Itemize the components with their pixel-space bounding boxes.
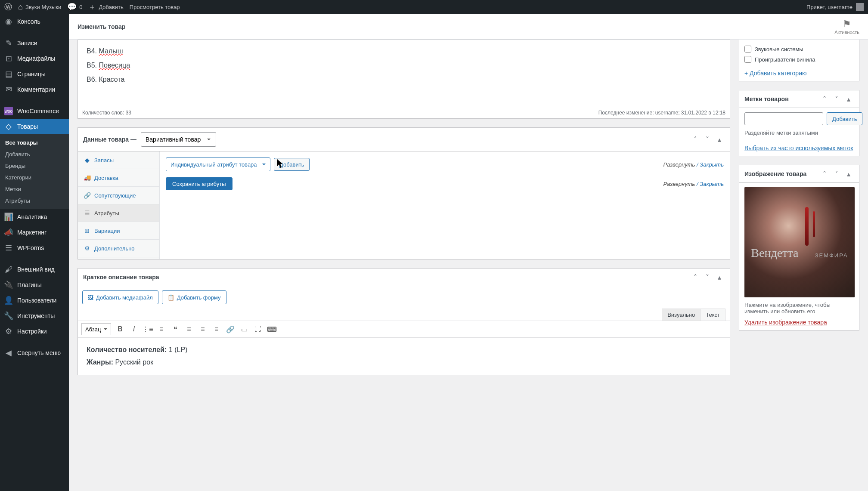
media-icon: 🖼 — [88, 294, 93, 301]
product-image[interactable]: Вендетта ЗЕМФИРА — [744, 187, 855, 297]
add-tag-button[interactable]: Добавить — [827, 112, 862, 125]
tab-shipping[interactable]: 🚚Доставка — [78, 169, 159, 187]
submenu-item-brands[interactable]: Бренды — [0, 160, 69, 172]
fullscreen-button[interactable]: ⛶ — [251, 323, 264, 336]
tags-postbox: Метки товаров ˄ ˅ ▴ Добавить Разделяйте … — [739, 90, 859, 156]
page-title: Изменить товар — [78, 23, 125, 30]
attribute-select[interactable]: Индивидуальный атрибут товара — [166, 157, 270, 171]
sidebar-item-appearance[interactable]: 🖌Внешний вид — [0, 262, 69, 277]
submenu-item-add[interactable]: Добавить — [0, 148, 69, 160]
avatar[interactable] — [856, 3, 864, 11]
caret-up-icon[interactable]: ▴ — [843, 94, 854, 104]
expand-close-link-1[interactable]: Развернуть / Закрыть — [663, 161, 724, 168]
sidebar-item-analytics[interactable]: 📊Аналитика — [0, 209, 69, 225]
tags-hint: Разделяйте метки запятыми — [739, 130, 859, 140]
attributes-panel: Индивидуальный атрибут товара Добавить Р… — [160, 151, 730, 259]
flag-icon: ⚑ — [834, 19, 859, 30]
tab-advanced[interactable]: ⚙Дополнительно — [78, 240, 159, 257]
sidebar-item-posts[interactable]: ✎Записи — [0, 35, 69, 51]
tab-linked[interactable]: 🔗Сопутствующие — [78, 187, 159, 204]
chevron-down-icon[interactable]: ˅ — [831, 169, 842, 179]
sidebar-item-settings[interactable]: ⚙Настройки — [0, 324, 69, 339]
align-right-button[interactable]: ≡ — [210, 323, 223, 336]
sidebar-item-media[interactable]: ⊡Медиафайлы — [0, 51, 69, 66]
product-type-select[interactable]: Вариативный товар — [141, 132, 216, 147]
add-form-button[interactable]: 📋Добавить форму — [162, 290, 226, 304]
image-hint: Нажмите на изображение, чтобы изменить и… — [744, 297, 854, 319]
short-description-content[interactable]: Количество носителей: 1 (LP) Жанры: Русс… — [78, 338, 730, 375]
greeting-link[interactable]: Привет, username — [806, 4, 852, 10]
submenu-item-tags[interactable]: Метки — [0, 183, 69, 195]
form-icon: 📋 — [167, 294, 174, 301]
product-image-postbox: Изображение товара ˄ ˅ ▴ Вендетта — [739, 165, 859, 330]
link-button[interactable]: 🔗 — [224, 323, 237, 336]
numbered-list-button[interactable]: ≡ — [155, 323, 168, 336]
bold-button[interactable]: B — [114, 323, 127, 336]
submenu-item-categories[interactable]: Категории — [0, 172, 69, 183]
page-header: Изменить товар ⚑ Активность — [69, 14, 868, 40]
sidebar-item-marketing[interactable]: 📣Маркетинг — [0, 225, 69, 240]
tag-input[interactable] — [744, 112, 823, 125]
align-center-button[interactable]: ≡ — [196, 323, 209, 336]
admin-bar: ⓦ ⌂Звуки Музыки 💬0 ＋Добавить Просмотреть… — [0, 0, 868, 14]
word-count: Количество слов: 33 — [82, 110, 131, 116]
sidebar-item-collapse[interactable]: ◀Свернуть меню — [0, 345, 69, 361]
sidebar-item-users[interactable]: 👤Пользователи — [0, 293, 69, 308]
sidebar-item-tools[interactable]: 🔧Инструменты — [0, 308, 69, 324]
editor-postbox: B4. Малыш B5. Повесица B6. Красота Колич… — [78, 40, 730, 119]
comments-link[interactable]: 💬0 — [67, 2, 82, 12]
chevron-down-icon[interactable]: ˅ — [702, 134, 713, 145]
chevron-up-icon[interactable]: ˄ — [690, 272, 701, 282]
remove-image-link[interactable]: Удалить изображение товара — [744, 319, 827, 326]
caret-up-icon[interactable]: ▴ — [714, 272, 725, 282]
short-description-postbox: Краткое описание товара ˄ ˅ ▴ 🖼Добавить … — [78, 268, 730, 375]
editor-tab-text[interactable]: Текст — [700, 309, 725, 321]
product-data-tabs: ◆Запасы 🚚Доставка 🔗Сопутствующие ☰Атрибу… — [78, 151, 160, 259]
activity-button[interactable]: ⚑ Активность — [834, 19, 859, 35]
sidebar-item-dashboard[interactable]: ◉Консоль — [0, 14, 69, 29]
caret-up-icon[interactable]: ▴ — [714, 134, 725, 145]
add-media-button[interactable]: 🖼Добавить медиафайл — [82, 290, 158, 304]
wp-logo[interactable]: ⓦ — [4, 2, 12, 12]
save-attributes-button[interactable]: Сохранить атрибуты — [166, 177, 232, 190]
expand-close-link-2[interactable]: Развернуть / Закрыть — [663, 181, 724, 187]
tab-variations[interactable]: ⊞Вариации — [78, 222, 159, 240]
category-checkbox-1[interactable]: Звуковые системы — [744, 44, 854, 54]
chevron-up-icon[interactable]: ˄ — [819, 94, 830, 104]
category-checkbox-2[interactable]: Проигрыватели винила — [744, 54, 854, 65]
choose-tags-link[interactable]: Выбрать из часто используемых меток — [744, 145, 853, 151]
toolbar-toggle-button[interactable]: ⌨ — [265, 323, 278, 336]
bullet-list-button[interactable]: ⋮≡ — [141, 323, 154, 336]
add-new-link[interactable]: ＋Добавить — [88, 2, 123, 12]
sidebar-item-comments[interactable]: ✉Комментарии — [0, 82, 69, 97]
more-button[interactable]: ▭ — [238, 323, 251, 336]
sidebar-item-pages[interactable]: ▤Страницы — [0, 66, 69, 82]
quote-button[interactable]: ❝ — [169, 323, 182, 336]
chevron-down-icon[interactable]: ˅ — [702, 272, 713, 282]
site-name-link[interactable]: ⌂Звуки Музыки — [18, 3, 61, 12]
tab-inventory[interactable]: ◆Запасы — [78, 151, 159, 169]
chevron-up-icon[interactable]: ˄ — [690, 134, 701, 145]
product-image-title: Изображение товара — [744, 170, 819, 177]
submenu-item-attributes[interactable]: Атрибуты — [0, 195, 69, 207]
italic-button[interactable]: I — [127, 323, 140, 336]
align-left-button[interactable]: ≡ — [183, 323, 195, 336]
chevron-down-icon[interactable]: ˅ — [831, 94, 842, 104]
tab-attributes[interactable]: ☰Атрибуты — [78, 204, 159, 222]
sidebar-item-woocommerce[interactable]: wooWooCommerce — [0, 103, 69, 119]
editor-tab-visual[interactable]: Визуально — [662, 309, 701, 321]
editor-content[interactable]: B4. Малыш B5. Повесица B6. Красота — [78, 40, 730, 107]
chevron-up-icon[interactable]: ˄ — [819, 169, 830, 179]
sidebar-item-plugins[interactable]: 🔌Плагины — [0, 277, 69, 293]
view-product-link[interactable]: Просмотреть товар — [130, 4, 180, 10]
editor-toolbar: Абзац B I ⋮≡ ≡ ❝ ≡ ≡ ≡ 🔗 ▭ ⛶ ⌨ — [78, 321, 730, 338]
admin-sidebar: ◉Консоль ✎Записи ⊡Медиафайлы ▤Страницы ✉… — [0, 14, 69, 491]
submenu-item-all-products[interactable]: Все товары — [0, 137, 69, 148]
add-category-link[interactable]: + Добавить категорию — [744, 70, 806, 77]
main-content: Изменить товар ⚑ Активность B4. Малыш B5… — [69, 14, 868, 491]
format-select[interactable]: Абзац — [81, 323, 111, 335]
sidebar-item-products[interactable]: ◇Товары — [0, 119, 69, 134]
caret-up-icon[interactable]: ▴ — [843, 169, 854, 179]
sidebar-item-wpforms[interactable]: ☰WPForms — [0, 240, 69, 256]
add-attribute-button[interactable]: Добавить — [274, 158, 310, 171]
